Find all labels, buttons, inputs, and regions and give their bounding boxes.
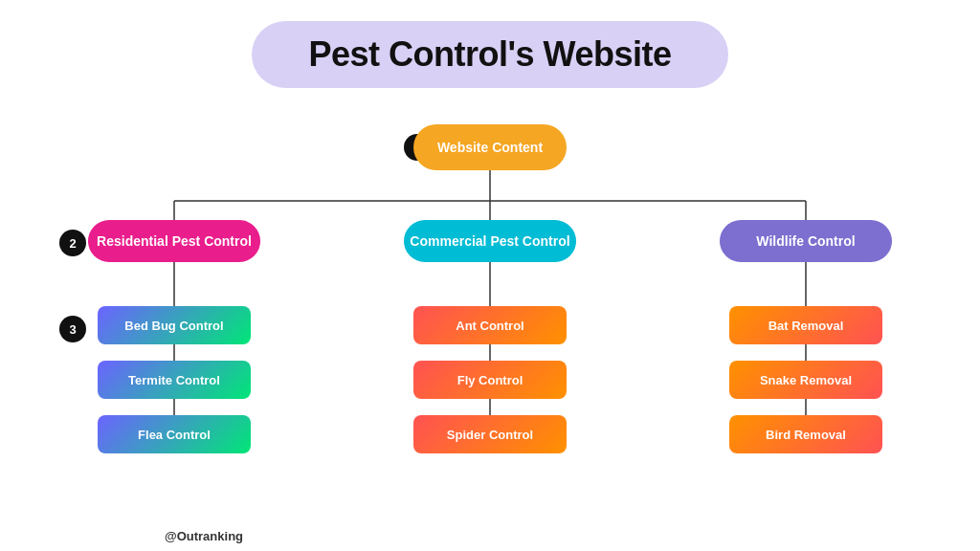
node-residential: Residential Pest Control bbox=[88, 220, 260, 262]
node-bat-removal: Bat Removal bbox=[729, 306, 882, 344]
node-termite-control: Termite Control bbox=[98, 361, 251, 399]
node-wildlife: Wildlife Control bbox=[720, 220, 892, 262]
badge-3: 3 bbox=[59, 316, 86, 342]
node-flea-control: Flea Control bbox=[98, 415, 251, 453]
node-website-content: Website Content bbox=[413, 124, 567, 170]
node-fly-control: Fly Control bbox=[413, 361, 567, 399]
title-container: Pest Control's Website bbox=[252, 21, 729, 88]
page-title: Pest Control's Website bbox=[309, 34, 672, 74]
node-snake-removal: Snake Removal bbox=[729, 361, 882, 399]
watermark: @Outranking bbox=[165, 529, 243, 543]
badge-2: 2 bbox=[59, 230, 86, 256]
node-bird-removal: Bird Removal bbox=[729, 415, 882, 453]
node-commercial: Commercial Pest Control bbox=[404, 220, 576, 262]
node-bed-bug-control: Bed Bug Control bbox=[98, 306, 251, 344]
diagram: 1 2 3 Website Content Residential Pest C… bbox=[31, 98, 949, 551]
node-spider-control: Spider Control bbox=[413, 415, 567, 453]
page: Pest Control's Website bbox=[0, 0, 980, 551]
node-ant-control: Ant Control bbox=[413, 306, 567, 344]
